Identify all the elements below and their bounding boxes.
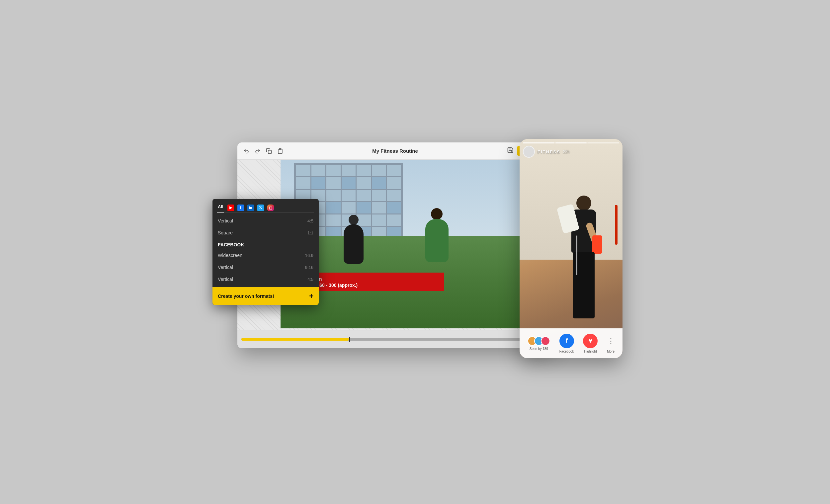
toolbar-left: [243, 148, 284, 155]
editor-titlebar: My Fitness Routine EXPORT: [237, 143, 553, 160]
story-image: [519, 139, 622, 358]
tab-all[interactable]: All: [217, 203, 224, 213]
story-progress-bar: [523, 143, 619, 144]
redo-button[interactable]: [254, 148, 261, 155]
story-figure: [553, 195, 613, 328]
seen-by-action[interactable]: Seen by 189: [528, 336, 550, 351]
progress-seg-2: [555, 143, 587, 144]
story-accent: [615, 205, 617, 245]
tab-twitter[interactable]: 𝕏: [257, 204, 264, 211]
facebook-action[interactable]: f Facebook: [560, 334, 574, 353]
facebook-icon: f: [560, 334, 574, 348]
story-avatar: [523, 146, 535, 158]
facebook-label: Facebook: [560, 350, 574, 353]
svg-rect-1: [279, 149, 281, 149]
tab-youtube[interactable]: ▶: [227, 204, 234, 211]
svg-rect-0: [268, 150, 272, 153]
more-icon: ⋮: [607, 334, 614, 348]
paste-button[interactable]: [277, 148, 284, 155]
story-header: FITNESS 22h: [523, 146, 619, 158]
highlight-action[interactable]: ♥ Highlight: [583, 334, 598, 353]
editor-title: My Fitness Routine: [372, 148, 418, 154]
earbud-wire: [576, 235, 577, 275]
save-icon[interactable]: [507, 147, 514, 155]
tab-linkedin[interactable]: in: [247, 204, 254, 211]
format-section-facebook: FACEBOOK: [213, 239, 319, 249]
seen-circles: [528, 336, 550, 346]
format-vertical-916[interactable]: Vertical 9:16: [213, 261, 319, 273]
format-vertical-45b[interactable]: Vertical 4:5: [213, 273, 319, 285]
create-formats-label: Create your own formats!: [218, 293, 274, 299]
formats-tabs: All ▶ f in 𝕏 ◻: [213, 199, 319, 213]
format-vertical-45[interactable]: Vertical 4:5: [213, 215, 319, 227]
video-preview: o-Minute Run alories burnt: 260 - 300 (a…: [281, 160, 553, 328]
create-formats-plus-icon: +: [309, 292, 313, 301]
copy-button[interactable]: [265, 148, 273, 155]
more-action[interactable]: ⋮ More: [607, 334, 614, 353]
highlight-label: Highlight: [584, 350, 597, 353]
formats-panel: All ▶ f in 𝕏 ◻ Vertical 4:5 Square 1:1 F…: [213, 199, 319, 305]
seen-by-label: Seen by 189: [530, 347, 548, 351]
scene: My Fitness Routine EXPORT: [208, 132, 622, 372]
formats-list: Vertical 4:5 Square 1:1 FACEBOOK Widescr…: [213, 213, 319, 287]
undo-button[interactable]: [243, 148, 250, 155]
more-label: More: [607, 350, 614, 353]
tab-facebook[interactable]: f: [237, 204, 244, 211]
format-square[interactable]: Square 1:1: [213, 227, 319, 239]
progress-seg-1: [523, 143, 554, 144]
format-widescreen[interactable]: Widescreen 16:9: [213, 249, 319, 261]
progress-seg-3: [588, 143, 619, 144]
story-preview: FITNESS 22h: [519, 139, 622, 358]
tab-instagram[interactable]: ◻: [267, 204, 274, 211]
story-channel-name: FITNESS: [538, 149, 561, 154]
story-footer: Seen by 189 f Facebook ♥ Highlight ⋮ Mor…: [519, 328, 622, 358]
story-time: 22h: [563, 149, 570, 154]
heart-icon: ♥: [583, 334, 598, 348]
seen-circle-3: [541, 336, 550, 346]
create-formats-button[interactable]: Create your own formats! +: [213, 287, 319, 305]
